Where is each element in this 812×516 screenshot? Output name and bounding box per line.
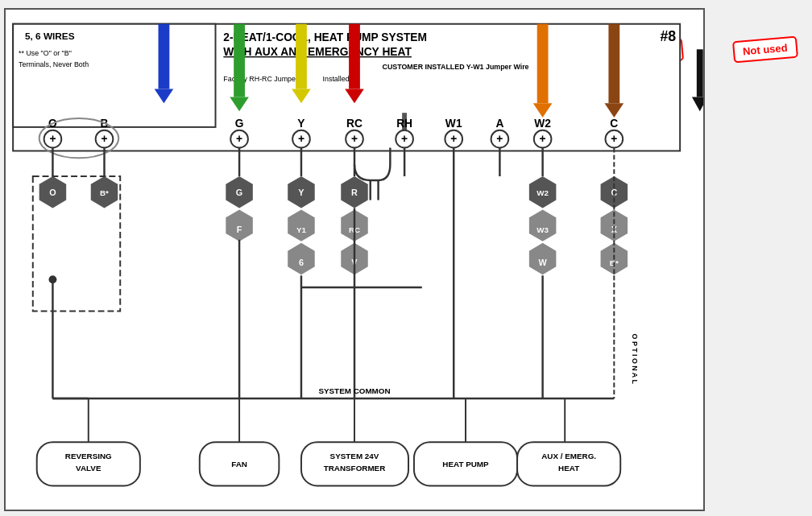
svg-point-45 [445, 130, 462, 148]
svg-text:2-HEAT/1-COOL, HEAT PUMP SYSTE: 2-HEAT/1-COOL, HEAT PUMP SYSTEM [223, 31, 427, 43]
svg-rect-120 [37, 442, 140, 485]
svg-text:W2: W2 [536, 188, 549, 197]
svg-point-33 [230, 130, 248, 148]
svg-marker-134 [692, 97, 703, 111]
svg-rect-125 [301, 442, 408, 485]
svg-text:W: W [538, 258, 547, 267]
svg-point-48 [491, 130, 509, 148]
svg-point-26 [44, 130, 62, 148]
svg-text:A: A [495, 118, 503, 130]
svg-marker-12 [155, 89, 174, 104]
svg-text:O: O [49, 188, 56, 197]
svg-rect-91 [33, 176, 120, 312]
svg-text:+: + [298, 133, 304, 145]
svg-marker-72 [341, 209, 368, 241]
svg-text:+: + [236, 133, 242, 145]
svg-marker-78 [529, 209, 557, 241]
svg-marker-58 [91, 176, 118, 208]
svg-text:+: + [496, 133, 503, 145]
svg-text:Terminals, Never Both: Terminals, Never Both [19, 60, 89, 68]
svg-text:O: O [48, 118, 57, 130]
svg-text:+: + [611, 133, 617, 145]
svg-marker-60 [226, 176, 253, 208]
svg-rect-130 [517, 442, 620, 485]
svg-marker-68 [288, 243, 315, 275]
svg-marker-56 [39, 176, 67, 208]
svg-rect-123 [200, 442, 280, 485]
svg-marker-84 [601, 209, 628, 241]
svg-text:RH: RH [396, 118, 412, 130]
svg-text:CUSTOMER INSTALLED Y-W1 Jumper: CUSTOMER INSTALLED Y-W1 Jumper Wire [383, 63, 529, 71]
svg-text:G: G [235, 118, 244, 130]
svg-text:+: + [101, 133, 107, 145]
svg-text:O P T I O N A L: O P T I O N A L [631, 334, 639, 385]
svg-text:+: + [351, 133, 358, 145]
svg-text:W3: W3 [536, 225, 549, 234]
svg-point-31 [39, 118, 119, 158]
svg-rect-0 [13, 24, 680, 151]
diagram-wrapper: Not used 2-HEAT/1-COOL, HEAT PUMP SYSTEM… [4, 8, 705, 511]
svg-text:+: + [49, 133, 56, 145]
not-used-badge: Not used [618, 38, 684, 67]
svg-text:B: B [101, 118, 109, 130]
svg-point-36 [292, 130, 310, 148]
svg-text:RC: RC [349, 225, 360, 234]
svg-point-42 [396, 130, 413, 148]
svg-text:+: + [450, 133, 457, 145]
svg-rect-1 [13, 24, 215, 127]
svg-text:SYSTEM 24V: SYSTEM 24V [330, 452, 379, 460]
svg-text:HEAT: HEAT [558, 464, 579, 473]
svg-text:W2: W2 [534, 118, 551, 130]
svg-text:VALVE: VALVE [76, 464, 102, 473]
svg-marker-22 [533, 103, 553, 118]
svg-text:** Use "O" or "B": ** Use "O" or "B" [19, 49, 72, 57]
svg-text:SYSTEM COMMON: SYSTEM COMMON [318, 386, 390, 395]
svg-text:G: G [236, 188, 242, 197]
svg-marker-82 [601, 176, 628, 208]
svg-text:X: X [611, 225, 618, 234]
svg-point-90 [49, 275, 57, 283]
svg-text:Y: Y [297, 118, 304, 130]
wiring-diagram-svg: 2-HEAT/1-COOL, HEAT PUMP SYSTEM WITH AUX… [6, 10, 703, 510]
svg-text:WITH AUX AND EMERGENCY HEAT: WITH AUX AND EMERGENCY HEAT [223, 46, 412, 58]
svg-text:+: + [540, 133, 546, 145]
svg-marker-86 [601, 243, 628, 275]
svg-marker-76 [529, 176, 557, 208]
svg-text:6: 6 [299, 258, 304, 267]
svg-point-51 [534, 130, 552, 148]
svg-rect-128 [414, 442, 517, 485]
svg-marker-24 [605, 103, 624, 118]
svg-text:TRANSFORMER: TRANSFORMER [324, 464, 386, 473]
svg-marker-20 [400, 133, 409, 141]
svg-text:FAN: FAN [231, 460, 247, 469]
svg-text:Y1: Y1 [296, 225, 307, 234]
svg-marker-70 [341, 176, 368, 208]
svg-marker-80 [529, 243, 557, 275]
svg-marker-74 [341, 243, 368, 275]
svg-text:B*: B* [610, 258, 619, 267]
svg-text:Factory RH-RC Jumper: Factory RH-RC Jumper [223, 75, 298, 83]
svg-text:+: + [401, 133, 408, 145]
svg-marker-16 [292, 89, 311, 104]
svg-text:V: V [351, 258, 358, 267]
svg-point-29 [96, 130, 114, 148]
svg-marker-66 [288, 209, 315, 241]
svg-text:F: F [237, 225, 242, 234]
svg-text:W1: W1 [445, 118, 462, 130]
svg-marker-64 [288, 176, 315, 208]
svg-text:R: R [351, 188, 358, 197]
svg-point-54 [605, 130, 623, 148]
not-used-label: Not used [732, 36, 798, 64]
svg-point-39 [346, 130, 363, 148]
svg-marker-18 [345, 89, 364, 104]
svg-marker-14 [230, 97, 249, 111]
svg-text:AUX / EMERG.: AUX / EMERG. [541, 452, 596, 460]
svg-marker-62 [226, 209, 253, 241]
svg-text:RC: RC [346, 118, 362, 130]
svg-text:Installed: Installed [323, 75, 350, 83]
svg-text:HEAT PUMP: HEAT PUMP [442, 460, 489, 469]
svg-text:5, 6 WIRES: 5, 6 WIRES [25, 31, 75, 42]
svg-text:C: C [610, 118, 618, 130]
svg-text:C: C [611, 188, 617, 197]
svg-text:REVERSING: REVERSING [65, 452, 112, 460]
